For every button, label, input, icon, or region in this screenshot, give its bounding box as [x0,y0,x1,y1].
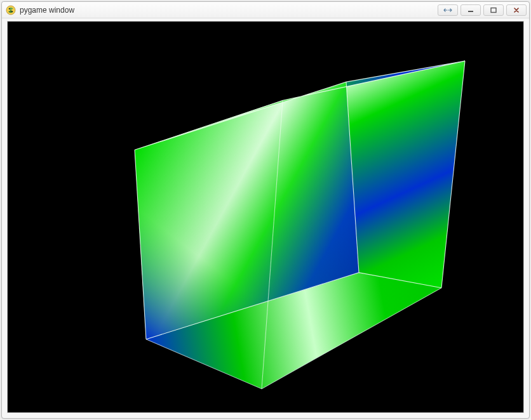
svg-rect-3 [468,11,473,12]
close-button[interactable] [506,4,527,16]
window-frame: pygame window [1,1,530,419]
maximize-button[interactable] [483,4,504,16]
minimize-button[interactable] [460,4,481,16]
pygame-snake-icon [6,5,16,15]
nav-button[interactable] [438,4,458,16]
svg-rect-4 [491,8,496,12]
svg-point-1 [9,8,10,10]
svg-point-2 [11,11,13,12]
titlebar-buttons [435,4,527,16]
titlebar: pygame window [2,2,529,18]
render-surface [8,22,523,412]
client-area [7,21,524,413]
window-title: pygame window [20,5,74,15]
